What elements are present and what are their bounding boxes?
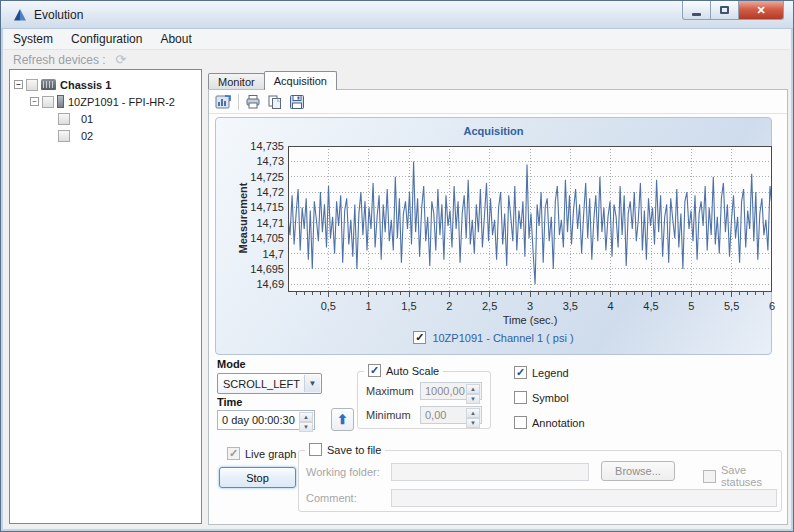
x-tick-label: 2,5 [468,300,512,312]
legend-checkbox[interactable] [514,366,527,379]
maximum-label: Maximum [366,385,414,397]
minimize-icon [692,13,701,16]
x-tick-label: 2 [427,300,471,312]
x-tick-label: 3 [508,300,552,312]
tree-item-label: Chassis 1 [60,79,111,91]
y-tick-label: 14,71 [216,217,284,229]
time-spinner[interactable]: 0 day 00:00:30 ▲▼ [217,410,315,430]
mode-value: SCROLL_LEFT [223,378,300,390]
apply-time-button[interactable]: ⬆ [331,408,354,431]
spinner-arrows-icon: ▲▼ [466,408,480,422]
x-tick-label: 5,5 [710,300,754,312]
tree-item-label: 10ZP1091 - FPI-HR-2 [68,96,175,108]
toolbar-separator [238,94,239,110]
app-logo-icon [12,7,28,23]
tree-checkbox[interactable] [58,113,70,125]
device-tree: − Chassis 1 − 10ZP1091 - FPI-HR-2 01 02 [9,69,202,524]
save-to-file-group: Save to file Working folder: Browse... S… [298,450,782,512]
chart-panel: Acquisition Measurement 14,73514,7314,72… [215,117,772,355]
live-graph-row: Live graph [227,447,296,460]
legend-series-checkbox[interactable] [413,331,426,344]
symbol-checkbox[interactable] [514,391,527,404]
refresh-icon[interactable]: ⟳ [114,53,128,67]
y-tick-label: 14,715 [216,201,284,213]
tree-item-label: 01 [81,113,93,125]
menu-about[interactable]: About [151,29,200,49]
tree-item-channel-01[interactable]: 01 [10,110,201,127]
x-tick-label: 4,5 [629,300,673,312]
mode-dropdown[interactable]: SCROLL_LEFT ▼ [217,373,322,394]
menu-bar: System Configuration About [4,29,790,50]
x-tick-label: 1,5 [387,300,431,312]
auto-scale-group: Auto Scale Maximum 1000,00 ▲▼ Minimum 0,… [357,371,491,429]
tree-item-device[interactable]: − 10ZP1091 - FPI-HR-2 [10,93,201,110]
tree-item-channel-02[interactable]: 02 [10,127,201,144]
y-tick-label: 14,7 [216,248,284,260]
maximize-icon [720,6,729,14]
copy-icon[interactable] [266,93,284,111]
browse-button: Browse... [601,461,675,481]
working-folder-label: Working folder: [306,466,380,478]
auto-scale-label: Auto Scale [386,365,439,377]
module-icon [57,95,64,108]
tab-strip: Monitor Acquisition [208,71,336,90]
annotation-option-row: Annotation [514,416,585,429]
tree-checkbox[interactable] [26,79,38,91]
annotation-option-label: Annotation [532,417,585,429]
tree-item-chassis[interactable]: − Chassis 1 [10,76,201,93]
export-chart-icon[interactable] [214,93,232,111]
auto-scale-row: Auto Scale [364,364,443,377]
tree-checkbox[interactable] [42,96,54,108]
chart-toolbar [209,90,787,114]
symbol-option-row: Symbol [514,391,569,404]
close-button[interactable]: ✕ [739,1,784,20]
symbol-option-label: Symbol [532,392,569,404]
live-graph-checkbox [227,447,240,460]
x-tick-label: 5 [669,300,713,312]
app-window: Evolution ✕ System Configuration About R… [0,0,794,532]
live-graph-label: Live graph [245,448,296,460]
save-to-file-checkbox[interactable] [309,443,322,456]
tab-monitor[interactable]: Monitor [208,73,265,90]
y-tick-label: 14,72 [216,186,284,198]
tree-item-label: 02 [81,130,93,142]
save-statuses-checkbox [703,470,716,483]
y-tick-label: 14,725 [216,171,284,183]
collapse-icon[interactable]: − [30,97,39,106]
x-tick-label: 1 [347,300,391,312]
tree-checkbox[interactable] [58,130,70,142]
collapse-icon[interactable]: − [14,80,23,89]
tab-acquisition[interactable]: Acquisition [264,71,337,90]
auto-scale-checkbox[interactable] [368,364,381,377]
legend-option-label: Legend [532,367,569,379]
plot-area[interactable] [288,146,772,298]
y-tick-label: 14,735 [216,140,284,152]
chevron-down-icon: ▼ [304,375,320,392]
chart-legend: 10ZP1091 - Channel 1 ( psi ) [216,331,771,344]
minimum-label: Minimum [366,409,411,421]
print-icon[interactable] [244,93,262,111]
working-folder-field [391,463,589,481]
stop-button[interactable]: Stop [219,467,296,488]
x-tick-label: 3,5 [548,300,592,312]
menu-configuration[interactable]: Configuration [62,29,151,49]
y-tick-label: 14,695 [216,263,284,275]
acquisition-tab-page: Acquisition Measurement 14,73514,7314,72… [208,89,788,525]
x-tick-label: 4 [589,300,633,312]
comment-label: Comment: [306,492,357,504]
y-tick-label: 14,705 [216,232,284,244]
minimize-button[interactable] [682,1,711,20]
legend-series-label: 10ZP1091 - Channel 1 ( psi ) [432,332,573,344]
title-bar: Evolution ✕ [1,1,793,29]
x-axis-label: Time (sec.) [288,314,772,326]
maximum-spinner: 1000,00 ▲▼ [420,382,482,400]
y-tick-label: 14,69 [216,278,284,290]
window-title: Evolution [34,8,83,22]
spinner-arrows-icon[interactable]: ▲▼ [299,412,313,428]
refresh-devices-label: Refresh devices : [13,53,106,67]
menu-system[interactable]: System [4,29,62,49]
maximize-button[interactable] [711,1,739,20]
annotation-checkbox[interactable] [514,416,527,429]
save-icon[interactable] [288,93,306,111]
minimum-spinner: 0,00 ▲▼ [420,406,482,424]
